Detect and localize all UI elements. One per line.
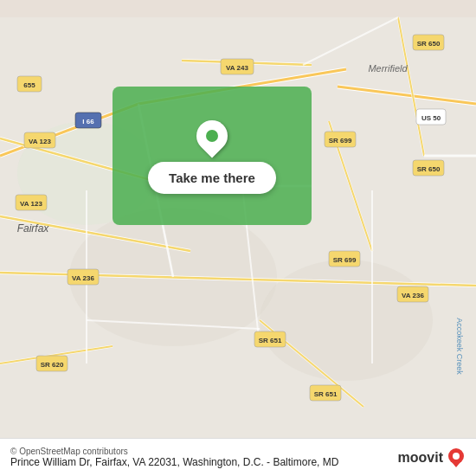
- bottom-left-info: © OpenStreetMap contributors Prince Will…: [10, 447, 398, 468]
- svg-text:SR 620: SR 620: [41, 361, 64, 369]
- svg-text:SR 651: SR 651: [259, 337, 282, 344]
- svg-text:VA 236: VA 236: [402, 292, 424, 299]
- svg-point-70: [453, 453, 460, 460]
- take-me-there-button[interactable]: Take me there: [148, 162, 276, 194]
- svg-text:SR 650: SR 650: [417, 40, 441, 48]
- svg-text:SR 650: SR 650: [417, 165, 441, 173]
- svg-text:Accokeek Creek: Accokeek Creek: [455, 318, 464, 375]
- location-pin: [195, 119, 229, 153]
- svg-text:Fairfax: Fairfax: [17, 222, 50, 235]
- svg-text:VA 123: VA 123: [29, 138, 51, 145]
- moovit-logo: moovit: [398, 448, 466, 467]
- svg-text:SR 651: SR 651: [314, 390, 338, 398]
- osm-credit: © OpenStreetMap contributors: [10, 447, 398, 456]
- svg-text:VA 123: VA 123: [20, 200, 42, 208]
- navigation-overlay: Take me there: [113, 87, 312, 225]
- svg-marker-71: [452, 462, 460, 467]
- svg-text:655: 655: [23, 81, 35, 89]
- moovit-icon: [447, 448, 466, 467]
- map-container: 655 I 66 VA 123 VA 243 SR 650 Merrifield…: [0, 0, 476, 476]
- svg-text:VA 236: VA 236: [72, 274, 94, 282]
- svg-text:SR 699: SR 699: [329, 137, 352, 145]
- svg-text:SR 699: SR 699: [333, 256, 357, 264]
- address-text: Prince William Dr, Fairfax, VA 22031, Wa…: [10, 456, 398, 468]
- moovit-text: moovit: [398, 450, 443, 466]
- svg-point-5: [260, 260, 433, 381]
- svg-text:I 66: I 66: [82, 118, 94, 125]
- bottom-bar: © OpenStreetMap contributors Prince Will…: [0, 438, 476, 476]
- svg-text:US 50: US 50: [421, 114, 441, 122]
- svg-text:VA 243: VA 243: [226, 64, 248, 72]
- svg-text:Merrifield: Merrifield: [368, 63, 408, 74]
- map-svg: 655 I 66 VA 123 VA 243 SR 650 Merrifield…: [0, 0, 476, 476]
